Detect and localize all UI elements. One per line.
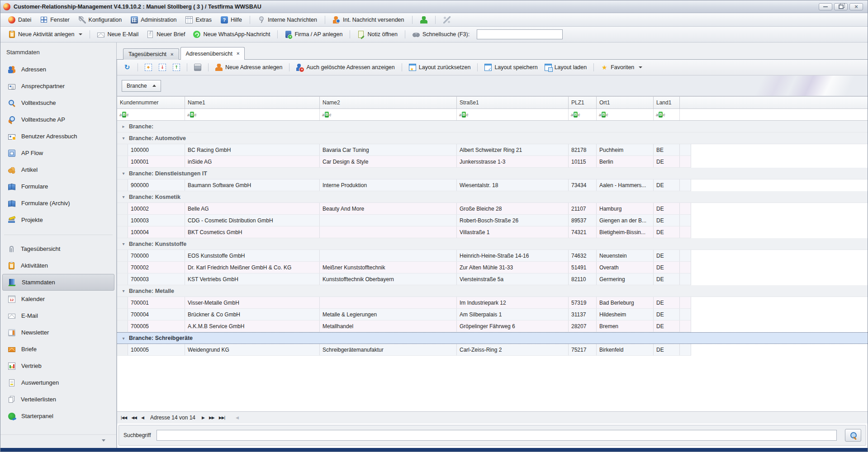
sidebar-item-ansprechpartner[interactable]: Ansprechpartner: [2, 78, 114, 94]
layout-reset-button[interactable]: Layout zurücksetzen: [406, 62, 474, 73]
select-special-button[interactable]: [142, 62, 155, 73]
sidebar-item-aktivitaeten[interactable]: Aktivitäten: [2, 257, 114, 274]
table-row[interactable]: 900000Baumann Software GmbHInterne Produ…: [117, 179, 691, 191]
group-expanded-icon[interactable]: ▾: [121, 136, 126, 141]
pager-next-page-button[interactable]: ▶▶: [209, 415, 214, 420]
group-expanded-icon[interactable]: ▾: [121, 194, 126, 199]
sidebar-item-kalender[interactable]: Kalender: [2, 291, 114, 307]
sidebar-item-verteilerlisten[interactable]: Verteilerlisten: [2, 391, 114, 408]
favorites-button[interactable]: Favoriten: [598, 62, 645, 73]
menu-fenster[interactable]: Fenster: [36, 14, 73, 25]
sidebar-item-auswertungen[interactable]: Auswertungen: [2, 374, 114, 391]
export-button[interactable]: [156, 62, 169, 73]
table-row[interactable]: 100000BC Racing GmbHBavaria Car TuningAl…: [117, 144, 691, 156]
menu-extras[interactable]: Extras: [181, 14, 215, 25]
table-row[interactable]: 700005A.K.M.B Service GmbHMetallhandelGr…: [117, 320, 691, 332]
phone-button[interactable]: [439, 14, 455, 25]
search-button[interactable]: [845, 429, 861, 442]
filter-cell[interactable]: aBc: [185, 109, 320, 120]
menu-interne-nachrichten[interactable]: Interne Nachrichten: [254, 14, 321, 25]
group-row[interactable]: ▾Branche: Kunststoffe: [117, 238, 868, 250]
tab-close-icon[interactable]: ×: [237, 51, 239, 56]
group-expanded-icon[interactable]: ▾: [121, 336, 126, 341]
new-email-button[interactable]: Neue E-Mail: [94, 29, 142, 40]
group-expanded-icon[interactable]: ▾: [121, 241, 126, 246]
layout-load-button[interactable]: Layout laden: [542, 62, 590, 73]
tab-adressenuebersicht[interactable]: Adressenübersicht×: [180, 47, 245, 60]
menu-datei[interactable]: Datei: [4, 14, 35, 25]
menu-administration[interactable]: Administration: [127, 14, 180, 25]
table-row[interactable]: 100004BKT Cosmetics GmbHVillastraße 1743…: [117, 226, 691, 238]
column-header-name1[interactable]: Name1: [185, 97, 320, 108]
sidebar-item-ap-flow[interactable]: AP Flow: [2, 145, 114, 161]
column-header-name2[interactable]: Name2: [320, 97, 457, 108]
pager-last-button[interactable]: ▶▶|: [219, 415, 225, 420]
column-header-kundennummer[interactable]: Kundennummer: [117, 97, 185, 108]
sidebar-collapse-icon[interactable]: [102, 439, 105, 443]
pager-first-button[interactable]: |◀◀: [121, 415, 127, 420]
group-collapsed-icon[interactable]: ▸: [121, 124, 126, 129]
pager-prev-button[interactable]: ◀: [141, 415, 144, 420]
column-header-stra-e1[interactable]: Straße1: [457, 97, 569, 108]
menu-hilfe[interactable]: Hilfe: [217, 14, 246, 25]
tab-tagesuebersicht[interactable]: Tagesübersicht×: [123, 48, 179, 60]
group-row[interactable]: ▾Branche: Kosmetik: [117, 191, 868, 203]
group-expanded-icon[interactable]: ▾: [121, 171, 126, 176]
print-button[interactable]: [191, 62, 204, 73]
table-row[interactable]: 700000EOS Kunststoffe GmbHHeinrich-Heine…: [117, 250, 691, 262]
filter-cell[interactable]: aBc: [569, 109, 597, 120]
pager-prev-page-button[interactable]: ◀◀: [131, 415, 137, 420]
open-note-button[interactable]: Notiz öffnen: [354, 28, 401, 40]
sidebar-item-benutzer-adressbuch[interactable]: Benutzer Adressbuch: [2, 128, 114, 145]
sidebar-item-newsletter[interactable]: Newsletter: [2, 324, 114, 341]
sidebar-item-stammdaten[interactable]: Stammdaten: [2, 274, 114, 291]
column-header-land1[interactable]: Land1: [654, 97, 680, 108]
column-header-ort1[interactable]: Ort1: [597, 97, 654, 108]
pager-next-button[interactable]: ▶: [202, 415, 204, 420]
online-status-button[interactable]: [416, 14, 432, 25]
group-row[interactable]: ▾Branche: Dienstleistungen IT: [117, 168, 868, 179]
table-row[interactable]: 700001Visser-Metalle GmbHIm Industriepar…: [117, 297, 691, 309]
sidebar-item-formulare[interactable]: Formulare: [2, 178, 114, 195]
filter-cell[interactable]: aBc: [117, 109, 185, 120]
filter-cell[interactable]: aBc: [597, 109, 654, 120]
sidebar-item-starterpanel[interactable]: Starterpanel: [2, 408, 114, 424]
sidebar-item-email[interactable]: E-Mail: [2, 307, 114, 324]
new-letter-button[interactable]: Neuer Brief: [143, 28, 189, 40]
import-button[interactable]: [170, 62, 183, 73]
tab-close-icon[interactable]: ×: [171, 52, 173, 57]
sidebar-item-formulare-archiv[interactable]: Formulare (Archiv): [2, 195, 114, 212]
layout-save-button[interactable]: Layout speichern: [482, 62, 540, 73]
sidebar-item-volltextsuche-ap[interactable]: Volltextsuche AP: [2, 111, 114, 128]
sidebar-item-vertrieb[interactable]: Vertrieb: [2, 358, 114, 374]
restore-button[interactable]: [834, 3, 848, 10]
sidebar-item-artikel[interactable]: Artikel: [2, 161, 114, 178]
table-row[interactable]: 700003KST Vertriebs GmbHKunststofftechni…: [117, 273, 691, 285]
table-row[interactable]: 700002Dr. Karl Friedrich Meißner GmbH & …: [117, 262, 691, 273]
table-row[interactable]: 100001inSide AGCar Design & StyleJunkers…: [117, 156, 691, 168]
group-row[interactable]: ▾Branche: Metalle: [117, 285, 868, 297]
close-button[interactable]: [849, 3, 863, 10]
quick-search-input[interactable]: [477, 29, 563, 39]
menu-konfiguration[interactable]: Konfiguration: [75, 14, 126, 25]
table-row[interactable]: 100002Belle AGBeauty And MoreGroße Bleic…: [117, 203, 691, 215]
sidebar-item-volltextsuche[interactable]: Volltextsuche: [2, 94, 114, 111]
refresh-button[interactable]: [121, 62, 133, 73]
group-expanded-icon[interactable]: ▾: [121, 288, 126, 293]
group-by-chip-branche[interactable]: Branche: [122, 80, 161, 92]
filter-cell[interactable]: aBc: [654, 109, 680, 120]
new-whatsapp-button[interactable]: Neue WhatsApp-Nachricht: [190, 28, 274, 40]
search-input[interactable]: [157, 430, 837, 441]
filter-cell[interactable]: aBc: [320, 109, 457, 120]
new-address-button[interactable]: Neue Adresse anlegen: [213, 62, 285, 73]
column-header-plz1[interactable]: PLZ1: [569, 97, 597, 108]
minimize-button[interactable]: [819, 3, 832, 10]
sidebar-item-briefe[interactable]: Briefe: [2, 341, 114, 358]
sidebar-item-tagesuebersicht[interactable]: Tagesübersicht: [2, 240, 114, 257]
table-row[interactable]: 100003CDG - Cosmetic Distribution GmbHRo…: [117, 215, 691, 226]
menu-int-nachricht-versenden[interactable]: Int. Nachricht versenden: [329, 14, 408, 25]
create-company-ap-button[interactable]: Firma / AP anlegen: [281, 28, 346, 40]
group-row[interactable]: ▸Branche:: [117, 121, 868, 132]
table-row[interactable]: 700004Brückner & Co GmbHMetalle & Legier…: [117, 309, 691, 320]
group-row[interactable]: ▾Branche: Schreibgeräte: [117, 332, 868, 344]
